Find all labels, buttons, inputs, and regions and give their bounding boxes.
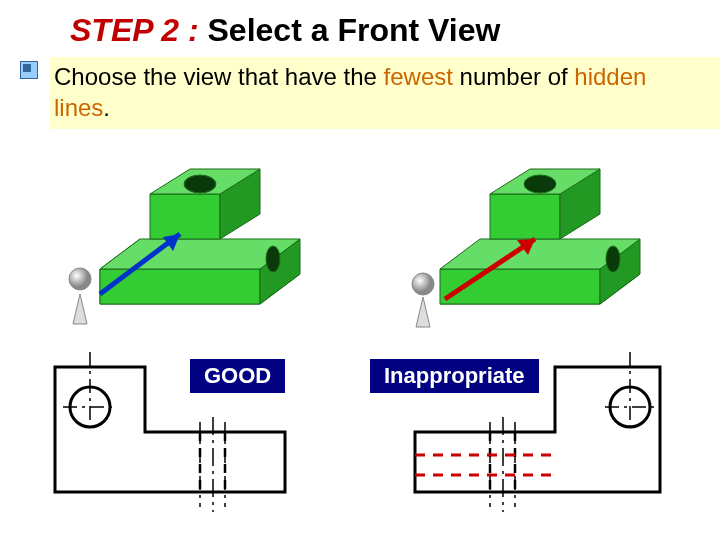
ortho-bad xyxy=(395,347,685,527)
svg-marker-15 xyxy=(73,294,87,324)
iso-block-bad xyxy=(385,139,665,329)
title-rest: Select a Front View xyxy=(199,12,501,48)
svg-rect-1 xyxy=(23,64,31,72)
subtitle-row: Choose the view that have the fewest num… xyxy=(20,57,720,129)
ortho-good xyxy=(35,347,295,527)
svg-point-10 xyxy=(184,175,216,193)
figures-area: GOOD Inappropriate xyxy=(0,129,720,540)
svg-point-27 xyxy=(412,273,434,295)
svg-point-24 xyxy=(606,246,620,272)
page-title: STEP 2 : Select a Front View xyxy=(0,0,720,49)
step-label: STEP 2 : xyxy=(70,12,199,48)
iso-block-good xyxy=(45,139,325,329)
svg-point-23 xyxy=(524,175,556,193)
svg-marker-20 xyxy=(490,194,560,239)
svg-point-14 xyxy=(69,268,91,290)
svg-point-11 xyxy=(266,246,280,272)
subtitle-text: Choose the view that have the fewest num… xyxy=(50,57,720,129)
svg-marker-7 xyxy=(150,194,220,239)
svg-marker-28 xyxy=(416,297,430,327)
bullet-icon xyxy=(20,61,38,79)
